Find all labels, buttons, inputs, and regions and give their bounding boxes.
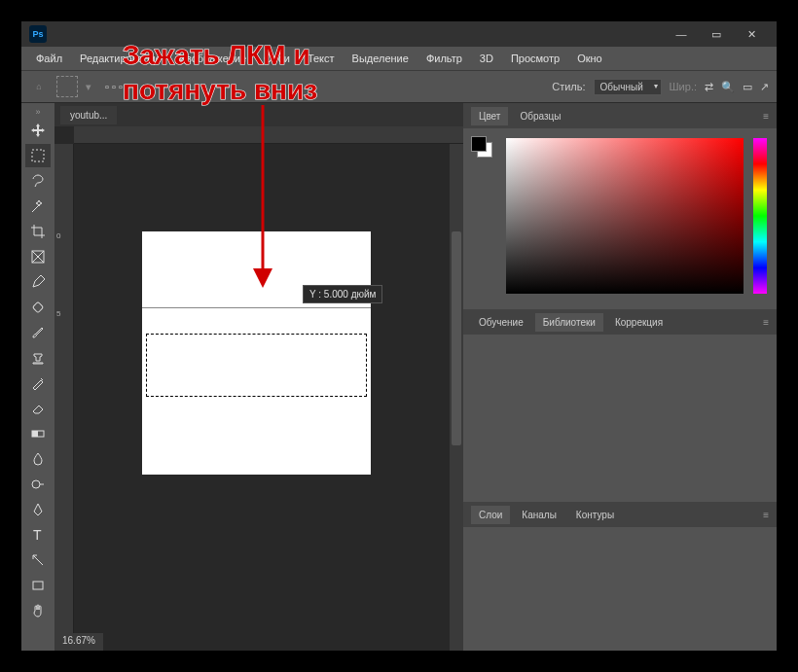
gradient-tool[interactable] — [25, 422, 51, 445]
frame-tool[interactable] — [25, 245, 51, 268]
stamp-tool[interactable] — [25, 346, 51, 370]
ruler-vertical[interactable]: 0 5 — [54, 144, 74, 651]
menu-3d[interactable]: 3D — [473, 50, 500, 67]
panel-menu-icon[interactable]: ≡ — [763, 317, 769, 328]
lasso-tool[interactable] — [25, 169, 51, 193]
foreground-color-swatch[interactable] — [471, 136, 487, 152]
svg-rect-7 — [33, 582, 43, 589]
path-tool[interactable] — [25, 548, 51, 572]
width-label: Шир.: — [670, 81, 697, 92]
tab-channels[interactable]: Каналы — [514, 506, 564, 524]
menu-view[interactable]: Просмотр — [504, 50, 566, 67]
pen-tool[interactable] — [25, 498, 51, 521]
hand-tool[interactable] — [25, 599, 51, 622]
workspace-icon[interactable]: ▭ — [743, 81, 752, 93]
tab-layers[interactable]: Слои — [471, 506, 510, 524]
heal-tool[interactable] — [25, 296, 51, 319]
right-panels: Цвет Образцы ≡ Обучение Библиотеки Корре… — [463, 103, 777, 651]
dodge-tool[interactable] — [25, 473, 51, 496]
app-logo: Ps — [29, 25, 47, 43]
marquee-tool-icon[interactable] — [56, 76, 78, 97]
menu-image[interactable]: Изображение — [172, 50, 253, 67]
blur-tool[interactable] — [25, 447, 51, 471]
minimize-button[interactable]: — — [664, 23, 699, 45]
home-icon[interactable]: ⌂ — [29, 82, 49, 91]
zoom-level[interactable]: 16.67% — [54, 633, 103, 651]
position-tooltip: Y : 5.000 дюйм — [303, 285, 382, 303]
svg-text:T: T — [33, 527, 42, 543]
share-icon[interactable]: ↗ — [760, 81, 769, 93]
svg-rect-0 — [32, 150, 44, 161]
menu-select[interactable]: Выделение — [345, 50, 416, 67]
style-dropdown[interactable]: Обычный — [594, 79, 662, 95]
ruler-horizontal[interactable] — [74, 126, 463, 144]
menu-layers[interactable]: Слои — [257, 50, 297, 67]
options-bar: ⌂ ▾ ▫ ▫ ▫ ▫ Стиль: Обычный Шир.: ⇄ 🔍 ▭ ↗ — [21, 70, 777, 103]
svg-rect-4 — [32, 431, 38, 437]
panel-menu-icon[interactable]: ≡ — [763, 111, 769, 122]
tab-libraries[interactable]: Библиотеки — [535, 313, 603, 332]
style-label: Стиль: — [552, 81, 585, 92]
eyedropper-tool[interactable] — [25, 270, 51, 294]
menubar: Файл Редактирование Изображение Слои Тек… — [21, 47, 777, 70]
tab-paths[interactable]: Контуры — [568, 506, 622, 524]
menu-window[interactable]: Окно — [570, 50, 609, 67]
collapse-icon[interactable]: » — [21, 107, 54, 117]
panel-menu-icon[interactable]: ≡ — [763, 510, 769, 520]
bottom-panel-header: Слои Каналы Контуры ≡ — [463, 502, 777, 527]
guide-horizontal[interactable] — [142, 307, 371, 308]
menu-text[interactable]: Текст — [301, 50, 342, 67]
marquee-tool[interactable] — [25, 144, 51, 167]
eraser-tool[interactable] — [25, 397, 51, 420]
svg-rect-2 — [32, 301, 43, 312]
crop-tool[interactable] — [25, 220, 51, 243]
mid-panel-header: Обучение Библиотеки Коррекция ≡ — [463, 309, 777, 335]
tab-learn[interactable]: Обучение — [471, 313, 531, 332]
tab-adjustments[interactable]: Коррекция — [607, 313, 671, 332]
marquee-selection — [146, 334, 367, 397]
brush-tool[interactable] — [25, 321, 51, 344]
move-tool[interactable] — [25, 119, 51, 142]
scrollbar-vertical[interactable] — [450, 144, 463, 651]
menu-filter[interactable]: Фильтр — [419, 50, 469, 67]
close-button[interactable]: ✕ — [734, 23, 769, 45]
type-tool[interactable]: T — [25, 523, 51, 547]
color-swatches[interactable] — [471, 136, 494, 159]
canvas-viewport[interactable]: 0 5 Y : 5.000 дюйм — [54, 126, 463, 651]
swap-icon[interactable]: ⇄ — [705, 81, 713, 93]
tools-panel: » T — [21, 103, 54, 651]
color-field[interactable] — [506, 138, 744, 294]
document-tab[interactable]: youtub... — [60, 106, 117, 124]
menu-edit[interactable]: Редактирование — [73, 50, 168, 67]
tab-swatches[interactable]: Образцы — [512, 107, 568, 125]
maximize-button[interactable]: ▭ — [699, 23, 734, 45]
titlebar: Ps — ▭ ✕ — [21, 21, 777, 47]
canvas[interactable] — [142, 231, 371, 475]
color-panel — [463, 128, 777, 309]
layers-panel — [463, 527, 777, 548]
hue-slider[interactable] — [753, 138, 767, 294]
history-brush-tool[interactable] — [25, 371, 51, 395]
wand-tool[interactable] — [25, 195, 51, 218]
tab-color[interactable]: Цвет — [471, 107, 508, 125]
color-panel-header: Цвет Образцы ≡ — [463, 103, 777, 128]
search-icon[interactable]: 🔍 — [721, 81, 735, 93]
menu-file[interactable]: Файл — [29, 50, 69, 67]
app-window: Ps — ▭ ✕ Файл Редактирование Изображение… — [21, 21, 777, 651]
document-area: youtub... 0 5 Y : 5.000 дюйм 16.67% — [54, 103, 463, 651]
rectangle-tool[interactable] — [25, 574, 51, 597]
libraries-panel — [463, 335, 777, 502]
svg-point-5 — [32, 480, 40, 488]
